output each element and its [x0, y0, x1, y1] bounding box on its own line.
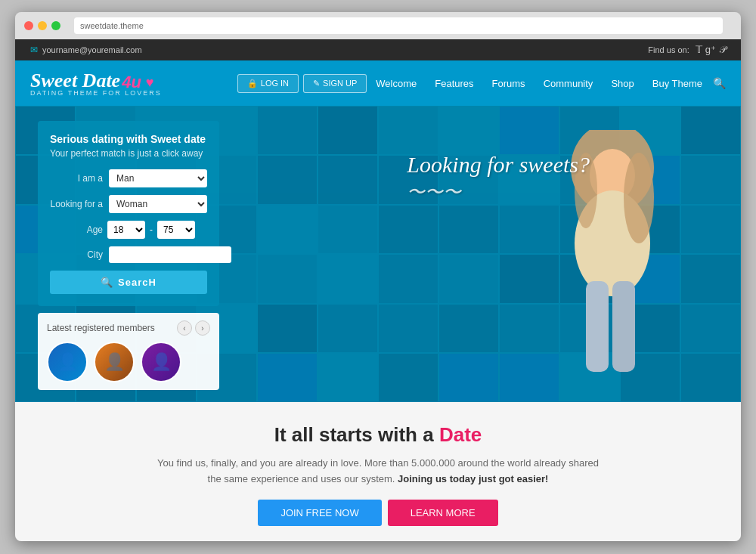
pinterest-icon[interactable]: 𝒫 — [719, 44, 726, 56]
members-list: 👤 👤 👤 — [47, 342, 210, 382]
member-avatar-2[interactable]: 👤 — [94, 342, 135, 382]
people-cell — [318, 353, 378, 402]
search-button[interactable]: 🔍 SearcH — [50, 271, 207, 294]
email-text: yourname@youremail.com — [42, 45, 142, 54]
people-cell — [378, 304, 438, 353]
nav-forums[interactable]: Forums — [485, 73, 533, 94]
nav-welcome[interactable]: Welcome — [368, 73, 424, 94]
gplus-icon[interactable]: g⁺ — [705, 44, 716, 56]
top-bar-left: ✉ yourname@youremail.com — [30, 45, 142, 55]
member-avatar-3[interactable]: 👤 — [141, 342, 181, 382]
people-cell — [378, 205, 438, 254]
bottom-title-date: Date — [439, 423, 482, 446]
iam-label: I am a — [50, 173, 103, 184]
people-cell — [257, 155, 318, 204]
url-bar[interactable]: sweetdate.theme — [74, 17, 723, 34]
iam-select[interactable]: Man Woman — [109, 169, 207, 187]
panel-title: Serious dating with Sweet date — [50, 133, 207, 145]
people-cell — [378, 353, 438, 402]
nav-buy-theme[interactable]: Buy Theme — [645, 73, 710, 94]
age-from-select[interactable]: 18 — [107, 221, 145, 239]
logo-area: Sweet Date 4u ♥ DATING THEME FOR LOVERS — [30, 70, 162, 97]
bottom-title-part1: It all starts with a — [274, 423, 439, 446]
signup-button[interactable]: ✎ SIGN UP — [303, 74, 367, 93]
minimize-dot[interactable] — [38, 21, 47, 30]
find-us-text: Find us on: — [648, 45, 689, 54]
swirl-decoration: 〜〜〜 — [407, 181, 590, 203]
city-input[interactable] — [109, 246, 231, 263]
nav-features[interactable]: Features — [427, 73, 481, 94]
email-icon: ✉ — [30, 45, 38, 55]
members-title: Latest registered members — [47, 323, 155, 333]
people-cell — [378, 106, 438, 155]
search-icon[interactable]: 🔍 — [713, 77, 726, 89]
login-button[interactable]: 🔒 LOG IN — [237, 74, 299, 93]
looking-line2: for sweets? — [487, 152, 590, 177]
age-to-select[interactable]: 75 — [157, 221, 195, 239]
age-row: Age 18 - 75 — [50, 221, 207, 239]
site-header: Sweet Date 4u ♥ DATING THEME FOR LOVERS … — [15, 60, 741, 106]
bottom-section: It all starts with a Date You find us, f… — [15, 402, 741, 541]
top-bar-right: Find us on: 𝕋 g⁺ 𝒫 — [648, 44, 726, 56]
search-btn-label: SearcH — [118, 277, 156, 288]
signup-label: SIGN UP — [323, 79, 357, 88]
age-dash: - — [150, 224, 153, 235]
people-cell — [438, 353, 499, 402]
browser-window: sweetdate.theme ✉ yourname@youremail.com… — [15, 12, 741, 541]
learn-more-button[interactable]: LEARN MORE — [388, 500, 498, 526]
city-label: City — [50, 249, 103, 260]
panel-sub: Your perfect match is just a click away — [50, 148, 207, 159]
close-dot[interactable] — [24, 21, 33, 30]
iam-row: I am a Man Woman — [50, 169, 207, 187]
nav-community[interactable]: Community — [536, 73, 601, 94]
avatar-3-icon: 👤 — [151, 352, 172, 372]
avatar-2-icon: 👤 — [104, 352, 125, 372]
members-header: Latest registered members ‹ › — [47, 320, 210, 336]
people-cell — [438, 304, 499, 353]
join-button[interactable]: JOIN FREE NOW — [258, 500, 381, 526]
people-cell — [257, 353, 318, 402]
site-content: ✉ yourname@youremail.com Find us on: 𝕋 g… — [15, 39, 741, 541]
people-cell — [438, 205, 499, 254]
logo-sub: DATING THEME FOR LOVERS — [30, 89, 162, 97]
twitter-icon[interactable]: 𝕋 — [696, 44, 702, 56]
looking-select[interactable]: Woman Man — [109, 195, 207, 213]
people-cell — [257, 106, 318, 155]
search-btn-icon: 🔍 — [101, 277, 113, 288]
nav-auth-area: 🔒 LOG IN ✎ SIGN UP Welcome Features Foru… — [237, 73, 726, 94]
looking-label: Looking for a — [50, 199, 103, 209]
city-row: City — [50, 246, 207, 263]
signup-icon: ✎ — [313, 79, 320, 88]
members-nav: ‹ › — [177, 320, 210, 336]
people-cell — [318, 106, 378, 155]
lock-icon: 🔒 — [247, 79, 258, 88]
people-cell — [378, 254, 438, 303]
age-label: Age — [50, 224, 103, 235]
looking-line1: Looking — [407, 152, 481, 177]
hero-section: Serious dating with Sweet date Your perf… — [15, 106, 741, 402]
people-cell — [257, 205, 318, 254]
avatar-1-icon: 👤 — [57, 352, 78, 372]
members-prev-button[interactable]: ‹ — [177, 320, 192, 336]
people-cell — [438, 106, 499, 155]
people-cell — [318, 304, 378, 353]
main-nav: Welcome Features Forums Community Shop B… — [368, 73, 726, 94]
browser-chrome: sweetdate.theme — [15, 12, 741, 39]
looking-text: Looking for sweets? 〜〜〜 — [407, 151, 590, 203]
social-icons: 𝕋 g⁺ 𝒫 — [696, 44, 726, 56]
bottom-desc-bold: Joining us today just got easier! — [398, 473, 548, 484]
maximize-dot[interactable] — [51, 21, 60, 30]
nav-shop[interactable]: Shop — [603, 73, 641, 94]
people-cell — [318, 254, 378, 303]
bottom-buttons: JOIN FREE NOW LEARN MORE — [60, 500, 696, 526]
people-cell — [318, 205, 378, 254]
auth-buttons: 🔒 LOG IN ✎ SIGN UP — [237, 74, 367, 93]
member-avatar-1[interactable]: 👤 — [47, 342, 88, 382]
members-next-button[interactable]: › — [195, 320, 210, 336]
login-label: LOG IN — [261, 79, 289, 88]
logo-heart: ♥ — [146, 75, 154, 91]
bottom-description: You find us, finally, and you are alread… — [151, 456, 605, 487]
url-text: sweetdate.theme — [80, 21, 144, 30]
people-cell — [438, 254, 499, 303]
top-bar: ✉ yourname@youremail.com Find us on: 𝕋 g… — [15, 39, 741, 60]
